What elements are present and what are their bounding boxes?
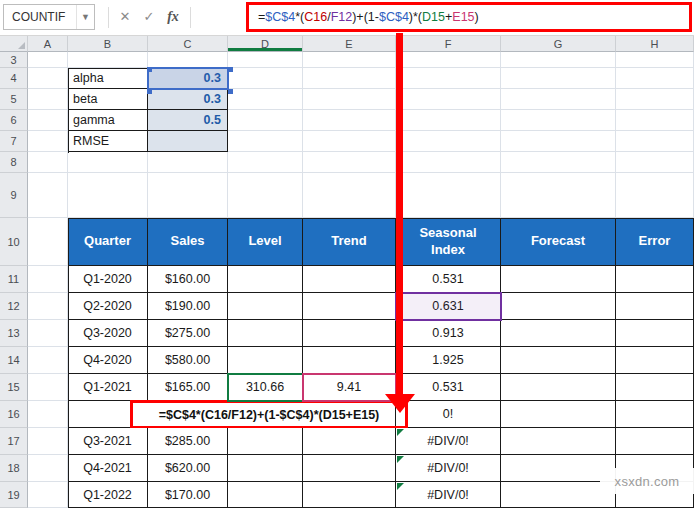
param-label-RMSE[interactable]: RMSE [68, 131, 148, 152]
cell-B12[interactable]: Q2-2020 [68, 293, 148, 320]
cell-H14[interactable] [616, 347, 694, 374]
cell-E18[interactable] [303, 455, 396, 482]
cell-F14[interactable]: 1.925 [396, 347, 501, 374]
table-header-forecast[interactable]: Forecast [501, 218, 616, 266]
cell-D19[interactable] [228, 482, 303, 508]
cell-C18[interactable]: $620.00 [148, 455, 228, 482]
cell-D15[interactable]: 310.66 [228, 374, 303, 401]
cell-G17[interactable] [501, 428, 616, 455]
table-header-sales[interactable]: Sales [148, 218, 228, 266]
cell-B17[interactable]: Q3-2021 [68, 428, 148, 455]
cell-C19[interactable]: $170.00 [148, 482, 228, 508]
cell-B13[interactable]: Q3-2020 [68, 320, 148, 347]
row-header-14[interactable]: 14 [0, 347, 28, 374]
cell-B11[interactable]: Q1-2020 [68, 266, 148, 293]
column-header-C[interactable]: C [148, 36, 228, 52]
cell-B19[interactable]: Q1-2022 [68, 482, 148, 508]
cell-D11[interactable] [228, 266, 303, 293]
cell-H15[interactable] [616, 374, 694, 401]
cell-E14[interactable] [303, 347, 396, 374]
cell-E17[interactable] [303, 428, 396, 455]
cell-E15[interactable]: 9.41 [303, 374, 396, 401]
row-header-9[interactable]: 9 [0, 173, 28, 218]
cell-F12[interactable]: 0.631 [396, 293, 501, 320]
cell-B15[interactable]: Q1-2021 [68, 374, 148, 401]
formula-annotation-box [246, 2, 692, 32]
cell-F11[interactable]: 0.531 [396, 266, 501, 293]
cell-H11[interactable] [616, 266, 694, 293]
cell-F17[interactable]: #DIV/0! [396, 428, 501, 455]
cell-D17[interactable] [228, 428, 303, 455]
cell-G16[interactable] [501, 401, 616, 428]
param-value-beta[interactable]: 0.3 [148, 89, 228, 110]
table-header-quarter[interactable]: Quarter [68, 218, 148, 266]
cell-C14[interactable]: $580.00 [148, 347, 228, 374]
table-header-trend[interactable]: Trend [303, 218, 396, 266]
cell-C11[interactable]: $160.00 [148, 266, 228, 293]
row-header-10[interactable]: 10 [0, 218, 28, 266]
cell-G18[interactable] [501, 455, 616, 482]
table-header-seasonal-index[interactable]: Seasonal Index [396, 218, 501, 266]
table-header-error[interactable]: Error [616, 218, 694, 266]
cell-F18[interactable]: #DIV/0! [396, 455, 501, 482]
cell-B14[interactable]: Q4-2020 [68, 347, 148, 374]
cell-G15[interactable] [501, 374, 616, 401]
param-value-alpha[interactable]: 0.3 [148, 68, 228, 89]
cell-D18[interactable] [228, 455, 303, 482]
param-value-gamma[interactable]: 0.5 [148, 110, 228, 131]
row-header-16[interactable]: 16 [0, 401, 28, 428]
cell-C13[interactable]: $275.00 [148, 320, 228, 347]
cell-G19[interactable] [501, 482, 616, 508]
row-header-5[interactable]: 5 [0, 89, 28, 110]
param-label-beta[interactable]: beta [68, 89, 148, 110]
cell-E13[interactable] [303, 320, 396, 347]
cell-C12[interactable]: $190.00 [148, 293, 228, 320]
cell-F19[interactable]: #DIV/0! [396, 482, 501, 508]
row-header-3[interactable]: 3 [0, 52, 28, 68]
error-indicator-icon [397, 483, 404, 490]
column-header-B[interactable]: B [68, 36, 148, 52]
column-header-D[interactable]: D [228, 36, 303, 52]
row-header-7[interactable]: 7 [0, 131, 28, 152]
cell-G11[interactable] [501, 266, 616, 293]
param-label-gamma[interactable]: gamma [68, 110, 148, 131]
row-header-6[interactable]: 6 [0, 110, 28, 131]
row-header-17[interactable]: 17 [0, 428, 28, 455]
cell-G14[interactable] [501, 347, 616, 374]
column-header-H[interactable]: H [616, 36, 694, 52]
cell-H16[interactable] [616, 401, 694, 428]
param-value-RMSE[interactable] [148, 131, 228, 152]
row-header-4[interactable]: 4 [0, 68, 28, 89]
row-header-8[interactable]: 8 [0, 152, 28, 173]
cell-E19[interactable] [303, 482, 396, 508]
error-indicator-icon [397, 429, 404, 436]
cell-C15[interactable]: $165.00 [148, 374, 228, 401]
cell-G12[interactable] [501, 293, 616, 320]
table-header-level[interactable]: Level [228, 218, 303, 266]
row-header-13[interactable]: 13 [0, 320, 28, 347]
cell-H13[interactable] [616, 320, 694, 347]
row-header-11[interactable]: 11 [0, 266, 28, 293]
cell-H17[interactable] [616, 428, 694, 455]
cell-D13[interactable] [228, 320, 303, 347]
column-header-E[interactable]: E [303, 36, 396, 52]
cell-G13[interactable] [501, 320, 616, 347]
row-header-12[interactable]: 12 [0, 293, 28, 320]
cell-B18[interactable]: Q4-2021 [68, 455, 148, 482]
select-all-corner[interactable] [0, 36, 28, 52]
row-header-18[interactable]: 18 [0, 455, 28, 482]
param-label-alpha[interactable]: alpha [68, 68, 148, 89]
cell-E11[interactable] [303, 266, 396, 293]
cell-D12[interactable] [228, 293, 303, 320]
column-header-G[interactable]: G [501, 36, 616, 52]
cell-F13[interactable]: 0.913 [396, 320, 501, 347]
row-header-19[interactable]: 19 [0, 482, 28, 508]
selection-handle[interactable] [228, 89, 233, 94]
column-header-F[interactable]: F [396, 36, 501, 52]
cell-C17[interactable]: $285.00 [148, 428, 228, 455]
column-header-A[interactable]: A [28, 36, 68, 52]
cell-E12[interactable] [303, 293, 396, 320]
cell-D14[interactable] [228, 347, 303, 374]
cell-H12[interactable] [616, 293, 694, 320]
row-header-15[interactable]: 15 [0, 374, 28, 401]
